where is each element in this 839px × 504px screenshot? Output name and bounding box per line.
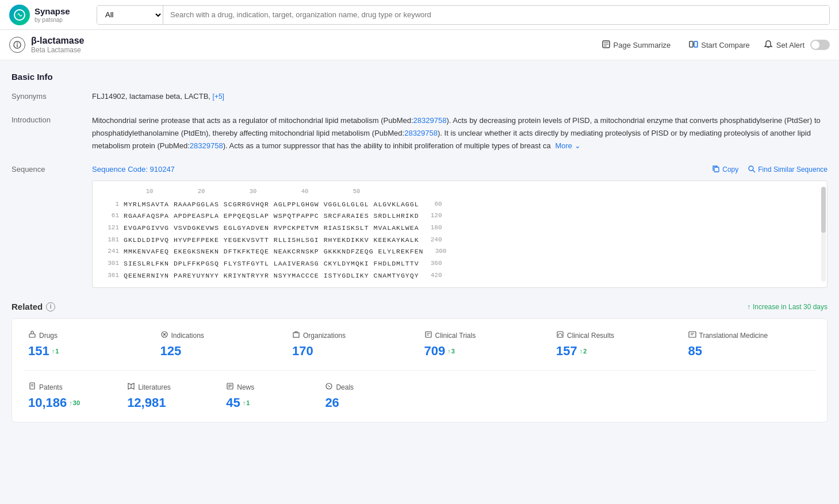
related-item-news[interactable]: News 45 ↑1 (221, 380, 320, 413)
clinical-results-increase: ↑2 (580, 348, 587, 355)
drugs-count: 151 (28, 344, 49, 359)
sequence-ruler: 10 20 30 40 50 (101, 187, 819, 197)
related-item-translational[interactable]: Translational Medicine 85 (684, 328, 816, 361)
organizations-icon (292, 330, 300, 340)
svg-line-14 (753, 170, 755, 172)
indications-label: Indications (171, 332, 204, 340)
seq-line-3: 121 EVGAPGIVVG VSVDGKEVWS EGLGYADVEN RVP… (101, 222, 819, 234)
related-grid-2: Patents 10,186 ↑30 Literatures (24, 380, 815, 413)
alert-label: Set Alert (776, 41, 804, 49)
sequence-code[interactable]: Sequence Code: 910247 (92, 164, 175, 176)
main-content: Basic Info Synonyms FLJ14902, lactamase … (0, 60, 839, 504)
search-bar: All Drug Target Indication Organization (97, 5, 830, 25)
clinical-results-icon (556, 330, 564, 340)
synonyms-value: FLJ14902, lactamase beta, LACTB, [+5] (92, 91, 827, 103)
increase-label: ↑ Increase in Last 30 days (747, 303, 827, 311)
alert-icon (764, 40, 773, 51)
copy-sequence-button[interactable]: Copy (712, 165, 738, 175)
logo-text: Synapse by patsnap (35, 6, 70, 24)
clinical-results-label: Clinical Results (567, 332, 614, 340)
related-item-deals[interactable]: Deals 26 (320, 380, 419, 413)
sequence-row: Sequence Sequence Code: 910247 Copy (12, 164, 827, 288)
pubmed-link-1[interactable]: 28329758 (413, 116, 447, 125)
related-item-clinical-trials[interactable]: Clinical Trials 709 ↑3 (420, 328, 552, 361)
find-similar-label: Find Similar Sequence (758, 166, 827, 174)
seq-line-6: 301 SIESLRLFKN DPLFFKPGSQ FLYSTFGYTL LAA… (101, 258, 819, 270)
related-item-organizations[interactable]: Organizations 170 (288, 328, 420, 361)
svg-rect-17 (293, 333, 299, 337)
synonyms-badge[interactable]: [+5] (213, 93, 224, 101)
clinical-results-count: 157 (556, 344, 577, 359)
copy-icon (712, 165, 720, 175)
basic-info-title: Basic Info (12, 72, 827, 82)
compare-icon (689, 40, 698, 51)
related-title-text: Related (12, 302, 43, 311)
introduction-label: Introduction (12, 114, 81, 152)
seq-line-4: 181 GKLDLDIPVQ HYVPEFPEKE YEGEKVSVTT RLL… (101, 234, 819, 247)
sequence-scrollbar[interactable] (821, 187, 826, 282)
svg-rect-18 (426, 332, 431, 337)
compare-label: Start Compare (701, 41, 750, 49)
patents-label: Patents (39, 383, 63, 391)
sequence-box: 10 20 30 40 50 1 MYRLMSAVTA RAAAPGGLAS S… (92, 180, 827, 288)
set-alert-area: Set Alert (764, 40, 830, 51)
svg-rect-15 (29, 334, 35, 337)
page-subtitle: Beta Lactamase (31, 46, 84, 54)
translational-label: Translational Medicine (699, 332, 768, 340)
logo-icon (9, 5, 30, 25)
literatures-icon (127, 382, 135, 392)
related-grid-1: Drugs 151 ↑1 Indications 1 (24, 328, 815, 371)
related-item-clinical-results[interactable]: Clinical Results 157 ↑2 (551, 328, 684, 361)
drugs-label: Drugs (39, 332, 58, 340)
svg-point-3 (17, 43, 18, 44)
related-item-literatures[interactable]: Literatures 12,981 (122, 380, 221, 413)
translational-count: 85 (688, 344, 702, 359)
brand-name: Synapse (35, 6, 70, 17)
svg-rect-10 (694, 41, 698, 47)
search-type-select[interactable]: All Drug Target Indication Organization (97, 6, 163, 24)
seq-line-5: 241 MMKENVAFEQ EKEGKSNEKN DFTKFKTEQE NEA… (101, 246, 819, 258)
start-compare-button[interactable]: Start Compare (684, 37, 754, 53)
alert-toggle[interactable] (810, 40, 830, 50)
drugs-icon (28, 330, 36, 340)
pubmed-link-2[interactable]: 28329758 (404, 129, 438, 137)
page-summarize-button[interactable]: Page Summarize (597, 37, 676, 53)
sequence-actions: Copy Find Similar Sequence (712, 165, 827, 175)
literatures-label: Literatures (138, 383, 171, 391)
news-increase: ↑1 (243, 399, 250, 406)
search-input[interactable] (163, 6, 829, 24)
indications-count: 125 (160, 344, 182, 359)
drugs-increase: ↑1 (52, 348, 59, 355)
seq-line-7: 361 QEENERNIYN PAREYUYNYY KRIYNTRYYR NSY… (101, 270, 819, 282)
seq-line-2: 61 RGAAFAQSPA APDPEASPLA EPPQEQSLAP WSPQ… (101, 210, 819, 222)
more-link[interactable]: More ⌄ (555, 141, 580, 150)
news-icon (226, 382, 234, 392)
summarize-label: Page Summarize (614, 41, 671, 49)
clinical-trials-increase: ↑3 (447, 348, 455, 355)
organizations-label: Organizations (303, 332, 346, 340)
clinical-trials-label: Clinical Trials (435, 332, 476, 340)
page-title-text: β-lactamase Beta Lactamase (31, 36, 84, 54)
svg-point-13 (749, 166, 753, 171)
related-item-patents[interactable]: Patents 10,186 ↑30 (24, 380, 122, 413)
main-header: Synapse by patsnap All Drug Target Indic… (0, 0, 839, 30)
page-title-area: β-lactamase Beta Lactamase (9, 36, 84, 54)
related-info-icon[interactable]: i (46, 302, 55, 311)
related-section: Related i ↑ Increase in Last 30 days Dru… (12, 302, 827, 422)
brand-sub: by patsnap (35, 17, 70, 24)
sub-header: β-lactamase Beta Lactamase Page Summariz… (0, 30, 839, 60)
patents-count: 10,186 (28, 395, 67, 410)
svg-rect-12 (714, 167, 719, 172)
svg-rect-9 (689, 41, 693, 47)
clinical-trials-icon (424, 330, 432, 340)
find-similar-button[interactable]: Find Similar Sequence (748, 165, 827, 175)
seq-line-1: 1 MYRLMSAVTA RAAAPGGLAS SCGRRGVHQR AGLPP… (101, 199, 819, 211)
related-item-indications[interactable]: Indications 125 (156, 328, 288, 361)
literatures-count: 12,981 (127, 395, 166, 410)
sequence-scrollbar-thumb (821, 187, 826, 233)
pubmed-link-3[interactable]: 28329758 (190, 141, 223, 150)
related-item-drugs[interactable]: Drugs 151 ↑1 (24, 328, 156, 361)
sequence-value: Sequence Code: 910247 Copy (92, 164, 827, 288)
translational-icon (688, 330, 696, 340)
related-card: Drugs 151 ↑1 Indications 1 (12, 318, 827, 422)
